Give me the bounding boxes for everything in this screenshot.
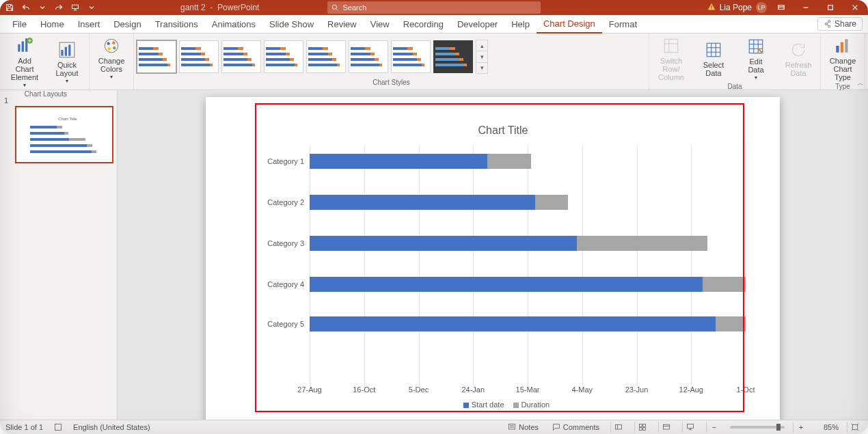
svg-rect-23: [845, 39, 847, 53]
redo-icon[interactable]: [52, 1, 66, 14]
slide-thumbnail-1[interactable]: Chart Title: [15, 106, 113, 163]
add-chart-element-button[interactable]: Add Chart Element▾: [5, 35, 44, 90]
chart-bar[interactable]: [310, 154, 746, 169]
chart-row[interactable]: Category 4: [310, 275, 746, 294]
undo-icon[interactable]: [19, 1, 33, 14]
category-label: Category 1: [260, 157, 304, 165]
x-tick: 12-Aug: [679, 385, 703, 394]
tab-review[interactable]: Review: [321, 15, 364, 33]
share-button[interactable]: Share: [817, 17, 863, 31]
qat-more-icon[interactable]: [85, 1, 98, 14]
tab-home[interactable]: Home: [33, 15, 71, 33]
svg-rect-33: [852, 424, 858, 430]
category-label: Category 5: [260, 320, 304, 328]
chart-row[interactable]: Category 5: [310, 314, 746, 334]
refresh-data-button: Refresh Data: [779, 39, 817, 79]
comments-button[interactable]: Comments: [550, 423, 602, 431]
chart-bar[interactable]: [310, 195, 746, 210]
present-icon[interactable]: [68, 1, 82, 14]
edit-data-button[interactable]: Edit Data▾: [737, 36, 775, 83]
zoom-in-icon[interactable]: +: [793, 422, 809, 433]
ribbon-display-icon[interactable]: [771, 0, 791, 15]
chart-x-axis[interactable]: 27-Aug16-Oct5-Dec24-Jan15-Mar4-May23-Jun…: [310, 385, 746, 396]
tab-animations[interactable]: Animations: [205, 15, 262, 33]
gallery-more-icon[interactable]: ▾: [476, 63, 487, 73]
gallery-down-icon[interactable]: ▾: [476, 51, 487, 62]
slide-panel[interactable]: 1 Chart Title: [0, 90, 118, 420]
close-icon[interactable]: [845, 0, 865, 15]
tab-design[interactable]: Design: [107, 15, 148, 33]
svg-rect-1: [711, 5, 711, 8]
tab-insert[interactable]: Insert: [71, 15, 107, 33]
tab-recording[interactable]: Recording: [396, 15, 450, 33]
tab-developer[interactable]: Developer: [450, 15, 504, 33]
style-thumb-6[interactable]: [349, 40, 388, 73]
tab-view[interactable]: View: [364, 15, 396, 33]
ribbon-collapse-icon[interactable]: ︿: [857, 79, 864, 88]
search-box[interactable]: Search: [327, 1, 541, 14]
svg-rect-32: [688, 424, 694, 429]
svg-rect-11: [65, 47, 67, 56]
undo-dropdown-icon[interactable]: [36, 1, 49, 14]
legend-swatch-2: [513, 403, 519, 408]
style-thumb-5[interactable]: [306, 40, 346, 73]
accessibility-button[interactable]: [51, 423, 65, 431]
svg-rect-5: [18, 44, 20, 52]
slide-info[interactable]: Slide 1 of 1: [5, 423, 43, 431]
svg-rect-31: [664, 424, 670, 429]
zoom-slider[interactable]: [730, 426, 785, 429]
tab-slide-show[interactable]: Slide Show: [262, 15, 321, 33]
quick-layout-button[interactable]: Quick Layout▾: [48, 39, 86, 86]
language-button[interactable]: English (United States): [73, 423, 150, 431]
svg-point-13: [105, 39, 118, 53]
chart-bar[interactable]: [310, 236, 746, 251]
change-chart-type-button[interactable]: Change Chart Type: [824, 35, 862, 83]
chart-plot-area[interactable]: Category 1Category 2Category 3Category 4…: [310, 145, 746, 385]
user-avatar[interactable]: LP: [756, 2, 767, 13]
maximize-icon[interactable]: [820, 0, 841, 15]
style-thumb-4[interactable]: [264, 40, 303, 73]
tab-format[interactable]: Format: [602, 15, 644, 33]
switch-row-column-button: Switch Row/ Column: [652, 35, 690, 83]
minimize-icon[interactable]: [796, 0, 816, 15]
style-thumb-7[interactable]: [391, 40, 431, 73]
style-thumb-8[interactable]: [433, 40, 473, 73]
view-reading-icon[interactable]: [658, 422, 674, 433]
group-chart-styles: ▴▾▾ Chart Styles: [134, 33, 649, 90]
view-normal-icon[interactable]: [610, 422, 626, 433]
chart-object[interactable]: Chart Title Category 1Category 2Category…: [260, 111, 746, 409]
style-thumb-2[interactable]: [179, 40, 219, 73]
tab-help[interactable]: Help: [504, 15, 537, 33]
tab-chart-design[interactable]: Chart Design: [537, 14, 602, 33]
chart-row[interactable]: Category 2: [310, 193, 746, 212]
slide-area[interactable]: Chart Title Category 1Category 2Category…: [118, 90, 868, 420]
view-slideshow-icon[interactable]: [682, 422, 698, 433]
zoom-out-icon[interactable]: −: [706, 422, 722, 433]
slide-canvas[interactable]: Chart Title Category 1Category 2Category…: [206, 97, 780, 420]
chart-bar[interactable]: [310, 316, 746, 331]
notes-button[interactable]: Notes: [505, 423, 541, 431]
gallery-scroll[interactable]: ▴▾▾: [476, 40, 488, 74]
view-sorter-icon[interactable]: [634, 422, 650, 433]
warning-icon[interactable]: [707, 3, 716, 13]
gallery-up-icon[interactable]: ▴: [476, 40, 487, 51]
chart-bar[interactable]: [310, 277, 746, 292]
fit-to-window-icon[interactable]: [847, 422, 863, 433]
group-data: Switch Row/ Column Select Data Edit Data…: [649, 33, 821, 90]
change-colors-button[interactable]: Change Colors▾: [92, 35, 131, 82]
zoom-value[interactable]: 85%: [817, 423, 839, 431]
style-thumb-3[interactable]: [221, 40, 261, 73]
group-change-colors: Change Colors▾: [90, 33, 134, 90]
style-thumb-1[interactable]: [137, 40, 176, 73]
chart-row[interactable]: Category 3: [310, 234, 746, 253]
chart-title[interactable]: Chart Title: [260, 124, 746, 137]
user-name[interactable]: Lia Pope: [720, 3, 752, 12]
select-data-button[interactable]: Select Data: [694, 39, 733, 79]
ribbon-tabs: File Home Insert Design Transitions Anim…: [0, 15, 868, 33]
tab-transitions[interactable]: Transitions: [148, 15, 205, 33]
chart-row[interactable]: Category 1: [310, 152, 746, 171]
share-icon: [824, 20, 832, 28]
tab-file[interactable]: File: [5, 15, 33, 33]
chart-legend[interactable]: Start date Duration: [260, 401, 746, 409]
save-icon[interactable]: [3, 1, 16, 14]
